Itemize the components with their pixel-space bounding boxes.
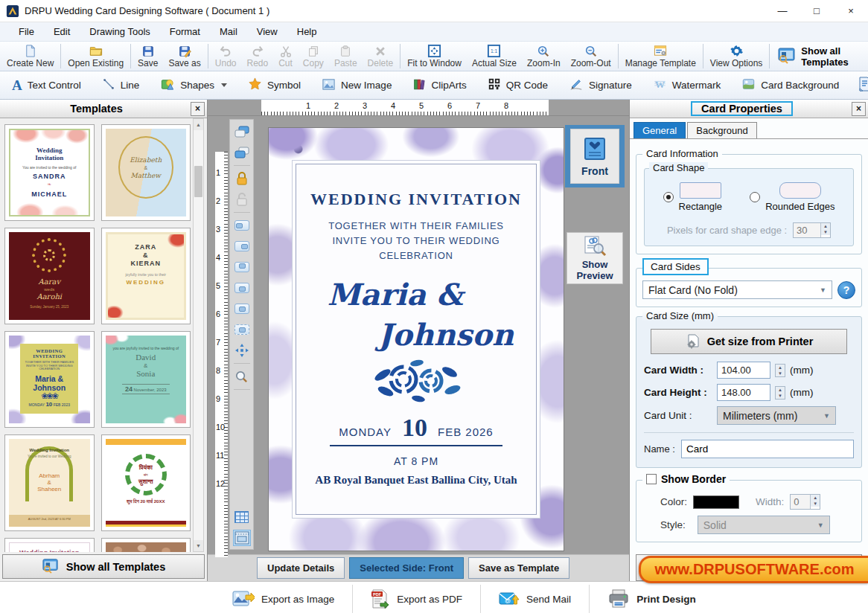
template-thumbnail-abrham-shaheen[interactable]: Wedding Invitation You're invited to our… <box>4 434 95 531</box>
maximize-button[interactable]: □ <box>800 0 834 22</box>
send-to-back-icon[interactable] <box>233 144 251 161</box>
front-side-selector[interactable]: Front <box>565 125 625 187</box>
scrollbar-thumb[interactable] <box>194 166 202 197</box>
menu-drawing-tools[interactable]: Drawing Tools <box>80 23 159 40</box>
undo-button[interactable]: Undo <box>210 42 242 71</box>
stepper-arrows-icon[interactable]: ▲▼ <box>820 223 830 237</box>
selected-side-button[interactable]: Selected Side: Front <box>349 557 464 579</box>
fit-object-icon[interactable] <box>233 342 251 359</box>
menu-mail[interactable]: Mail <box>210 23 247 40</box>
send-mail-button[interactable]: @ Send Mail <box>481 586 589 612</box>
rounded-edges-radio[interactable] <box>750 192 760 202</box>
card-background-button[interactable]: Card Background <box>733 71 848 99</box>
save-button[interactable]: Save <box>133 42 163 71</box>
get-size-from-printer-button[interactable]: Get size from Printer <box>651 329 846 354</box>
zoom-out-button[interactable]: Zoom-Out <box>566 42 616 71</box>
tab-general[interactable]: General <box>634 122 686 138</box>
cut-button[interactable]: Cut <box>273 42 298 71</box>
unlock-icon[interactable] <box>233 191 251 208</box>
help-button[interactable]: ? <box>837 281 855 299</box>
page-setup-icon[interactable] <box>233 530 251 546</box>
open-existing-button[interactable]: Open Existing <box>63 42 129 71</box>
center-vertical-icon[interactable] <box>233 321 251 338</box>
grid-icon[interactable] <box>233 509 251 525</box>
minimize-button[interactable]: — <box>765 0 800 22</box>
card-name-input[interactable] <box>681 440 854 458</box>
card-height-input[interactable] <box>717 384 770 401</box>
menu-file[interactable]: File <box>9 23 44 40</box>
show-preview-button[interactable]: Show Preview <box>567 232 623 284</box>
stepper-arrows-icon[interactable]: ▲▼ <box>775 364 785 377</box>
properties-close-button[interactable]: × <box>852 102 866 116</box>
text-control-button[interactable]: A Text Control <box>3 71 90 99</box>
close-button[interactable]: × <box>834 0 868 22</box>
align-right-icon[interactable] <box>233 238 251 254</box>
watermark-button[interactable]: W Watermark <box>644 71 730 99</box>
cliparts-button[interactable]: ClipArts <box>403 71 475 99</box>
template-thumbnail-jasmine[interactable]: Wedding Invitation You are cordially inv… <box>4 538 95 552</box>
card-date-row[interactable]: MONDAY 10 FEB 2026 <box>339 414 493 442</box>
new-image-button[interactable]: New Image <box>313 71 401 99</box>
border-width-stepper[interactable]: ▲▼ <box>790 494 820 510</box>
shape-rectangle-option[interactable]: Rectangle <box>663 182 723 212</box>
delete-button[interactable]: Delete <box>363 42 399 71</box>
card-venue-text[interactable]: AB Royal Banquet East Ballina City, Utah <box>315 474 517 487</box>
center-horizontal-icon[interactable] <box>233 301 251 317</box>
drpu-website-banner[interactable]: www.DRPUSOFTWARE.com <box>639 556 868 583</box>
scroll-down-icon[interactable]: ▼ <box>194 540 203 551</box>
shape-rounded-option[interactable]: Rounded Edges <box>750 182 835 212</box>
card-width-input[interactable] <box>717 362 770 379</box>
save-as-template-button[interactable]: Save as Template <box>468 557 569 579</box>
export-as-image-button[interactable]: Export as Image <box>214 586 352 612</box>
card-unit-dropdown[interactable]: Milimeters (mm) ▼ <box>717 406 836 425</box>
card-sides-dropdown[interactable]: Flat Card (No Fold) ▼ <box>642 280 832 299</box>
border-width-input[interactable] <box>791 495 810 509</box>
show-all-templates-button[interactable]: Show all Templates <box>771 42 864 71</box>
border-color-swatch[interactable] <box>693 495 739 509</box>
pixels-edge-stepper[interactable]: ▲▼ <box>793 222 831 238</box>
align-left-icon[interactable] <box>233 217 251 234</box>
template-thumbnail-halden[interactable]: Wedding Invitation please join us for a … <box>101 538 191 552</box>
rectangle-radio[interactable] <box>663 192 674 202</box>
template-thumbnail-maria-johnson[interactable]: WEDDING INVITATION TOGETHER WITH THEIR F… <box>4 331 95 428</box>
view-options-button[interactable]: View Options <box>705 42 768 71</box>
stepper-arrows-icon[interactable]: ▲▼ <box>810 495 820 509</box>
export-as-pdf-button[interactable]: PDF Export as PDF <box>353 586 480 612</box>
menu-help[interactable]: Help <box>287 23 327 40</box>
card-time-text[interactable]: AT 8 PM <box>394 455 438 467</box>
template-thumbnail-zara-kieran[interactable]: ZARA&KIERAN joyfully invite you to their… <box>101 228 191 324</box>
show-card-properties-button[interactable]: Show Card Properties <box>851 71 868 99</box>
menu-view[interactable]: View <box>247 23 287 40</box>
symbol-button[interactable]: Symbol <box>239 71 310 99</box>
card-title-text[interactable]: WEDDING INVITATION <box>310 190 522 209</box>
templates-close-button[interactable]: × <box>191 102 205 116</box>
stepper-arrows-icon[interactable]: ▲▼ <box>775 386 785 400</box>
template-thumbnail-sandra-michael[interactable]: WeddingInvitation You are invited to the… <box>4 124 95 221</box>
pixels-edge-input[interactable] <box>794 223 820 237</box>
create-new-button[interactable]: Create New <box>1 42 59 71</box>
redo-button[interactable]: Redo <box>241 42 273 71</box>
menu-edit[interactable]: Edit <box>44 23 80 40</box>
show-all-templates-panel-button[interactable]: Show all Templates <box>2 554 205 579</box>
fit-to-window-button[interactable]: Fit to Window <box>402 42 467 71</box>
paste-button[interactable]: Paste <box>329 42 363 71</box>
menu-format[interactable]: Format <box>160 23 210 40</box>
show-border-checkbox[interactable] <box>646 474 657 484</box>
qr-code-button[interactable]: QR Code <box>479 71 557 99</box>
scroll-up-icon[interactable]: ▲ <box>194 119 203 130</box>
align-bottom-icon[interactable] <box>233 280 251 296</box>
card-bride-name[interactable]: Maria & <box>328 278 463 311</box>
border-style-dropdown[interactable]: Solid ▼ <box>698 516 830 534</box>
template-thumbnail-hindi-card[interactable]: प्रियंका संग सुशान्त शुभ दिन 20 मार्च 20… <box>101 434 191 531</box>
shapes-button[interactable]: Shapes <box>151 71 236 99</box>
lock-icon[interactable] <box>233 170 251 187</box>
template-thumbnail-david-sonia[interactable]: you are joyfully invited to the wedding … <box>101 331 191 428</box>
align-top-icon[interactable] <box>233 259 251 275</box>
line-button[interactable]: Line <box>93 71 149 99</box>
card-canvas[interactable]: WEDDING INVITATION TOGETHER WITH THEIR F… <box>269 128 564 551</box>
update-details-button[interactable]: Update Details <box>257 557 345 579</box>
template-thumbnail-aarav-aarohi[interactable]: Aarav weds Aarohi Sunday, January 25, 20… <box>4 228 95 324</box>
manage-template-button[interactable]: Manage Template <box>620 42 701 71</box>
copy-button[interactable]: Copy <box>298 42 329 71</box>
card-subtitle-text[interactable]: TOGETHER WITH THEIR FAMILIES INVITE YOU … <box>328 219 504 263</box>
